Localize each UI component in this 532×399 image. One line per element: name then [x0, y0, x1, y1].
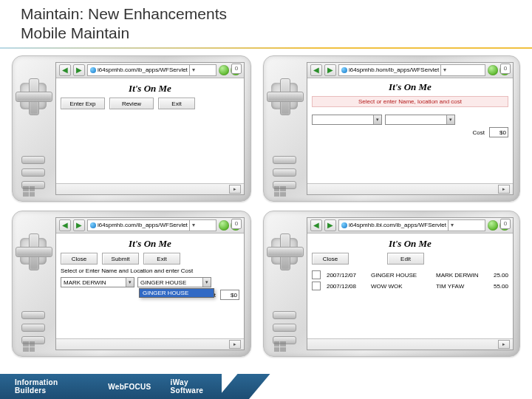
device-2-screen: ◀ ▶ i64spmhb.hom/ib_apps/WFServlet ▾ 0 I… [307, 62, 514, 195]
device-1: ◀ ▶ i64spmhb.com/ib_apps/WFServlet ▾ 0 I… [12, 55, 251, 202]
scroll-indicator: 0 [231, 219, 242, 229]
cost-label: Cost [473, 129, 485, 136]
brand-iway: iWay Software [171, 378, 222, 395]
address-bar[interactable]: i64spmhb.com/ib_apps/WFServlet ▾ [87, 219, 216, 231]
title-line-1: Maintain: New Enhancements [21, 4, 227, 24]
url-text: i64spmhb.com/ib_apps/WFServlet [98, 220, 188, 231]
row-checkbox[interactable] [312, 270, 321, 279]
brand-webfocus: WebFOCUS [108, 383, 151, 391]
forward-button[interactable]: ▶ [324, 219, 336, 231]
cell-location: GINGER HOUSE [371, 272, 430, 279]
soft-keys[interactable] [21, 156, 45, 189]
device-1-screen: ◀ ▶ i64spmhb.com/ib_apps/WFServlet ▾ 0 I… [55, 62, 245, 195]
error-prompt: Select or enter Name, location and cost [312, 96, 508, 107]
back-button[interactable]: ◀ [59, 219, 71, 231]
expand-icon[interactable]: ▸ [229, 185, 241, 194]
globe-icon [90, 67, 96, 73]
edit-button[interactable]: Edit [387, 253, 424, 265]
close-button[interactable]: Close [61, 253, 98, 265]
back-button[interactable]: ◀ [59, 64, 71, 76]
status-bar: ▸ [307, 338, 513, 349]
url-text: i64spmhb.ibi.com/ib_apps/WFServlet [349, 220, 446, 231]
forward-button[interactable]: ▶ [73, 219, 85, 231]
chevron-down-icon: ▾ [446, 115, 454, 124]
url-dropdown-icon[interactable]: ▾ [189, 220, 197, 231]
page-title: Maintain: New Enhancements Mobile Mainta… [21, 4, 227, 44]
cost-input[interactable]: $0 [489, 127, 508, 137]
device-2: ◀ ▶ i64spmhb.hom/ib_apps/WFServlet ▾ 0 I… [263, 55, 520, 202]
url-dropdown-icon[interactable]: ▾ [189, 65, 197, 75]
device-hardware-controls [13, 56, 55, 201]
chevron-down-icon: ▾ [126, 278, 134, 287]
dpad[interactable] [271, 83, 298, 109]
close-button[interactable]: Close [312, 253, 349, 265]
device-hardware-controls [13, 211, 55, 356]
table-row[interactable]: 2007/12/08 WOW WOK TIM YFAW 55.00 [312, 282, 508, 290]
device-4-screen: ◀ ▶ i64spmhb.ibi.com/ib_apps/WFServlet ▾… [307, 217, 514, 350]
expand-icon[interactable]: ▸ [498, 340, 510, 349]
dpad[interactable] [20, 83, 47, 109]
name-dropdown[interactable]: ▾ [312, 115, 382, 125]
expand-icon[interactable]: ▸ [229, 340, 241, 349]
exit-button[interactable]: Exit [158, 98, 195, 109]
cell-date: 2007/12/08 [327, 283, 365, 290]
soft-keys[interactable] [273, 311, 296, 344]
cell-date: 2007/12/07 [327, 272, 365, 279]
app-content: It's On Me Select or enter Name, locatio… [307, 78, 513, 183]
windows-logo-icon [274, 186, 286, 197]
globe-icon [90, 222, 96, 228]
device-hardware-controls [264, 56, 307, 201]
chevron-down-icon: ▾ [202, 278, 211, 287]
expand-icon[interactable]: ▸ [498, 185, 510, 194]
dpad[interactable] [271, 238, 298, 265]
cost-input[interactable]: $0 [220, 290, 239, 300]
globe-icon [341, 222, 347, 228]
device-3: ◀ ▶ i64spmhb.com/ib_apps/WFServlet ▾ 0 I… [12, 211, 251, 357]
device-4: ◀ ▶ i64spmhb.ibi.com/ib_apps/WFServlet ▾… [263, 211, 520, 357]
app-title: It's On Me [61, 83, 239, 95]
status-bar: ▸ [307, 183, 513, 194]
back-button[interactable]: ◀ [310, 219, 322, 231]
address-bar[interactable]: i64spmhb.com/ib_apps/WFServlet ▾ [87, 64, 216, 76]
url-dropdown-icon[interactable]: ▾ [440, 65, 449, 75]
review-button[interactable]: Review [109, 98, 154, 109]
name-dropdown[interactable]: MARK DERWIN ▾ [61, 277, 134, 287]
location-dropdown-popup[interactable]: GINGER HOUSE [139, 288, 214, 298]
globe-icon [341, 67, 347, 73]
url-dropdown-icon[interactable]: ▾ [448, 220, 456, 231]
status-bar: ▸ [56, 183, 244, 194]
windows-logo-icon [274, 341, 286, 352]
forward-button[interactable]: ▶ [324, 64, 336, 76]
dropdown-option-selected[interactable]: GINGER HOUSE [140, 289, 214, 297]
app-title: It's On Me [312, 238, 508, 250]
status-bar: ▸ [56, 338, 244, 349]
scroll-indicator: 0 [500, 64, 511, 74]
cell-location: WOW WOK [371, 283, 430, 290]
cell-name: MARK DERWIN [436, 272, 488, 279]
exit-button[interactable]: Exit [143, 253, 180, 265]
device-hardware-controls [264, 211, 307, 356]
soft-keys[interactable] [21, 311, 45, 344]
table-row[interactable]: 2007/12/07 GINGER HOUSE MARK DERWIN 25.0… [312, 270, 508, 279]
location-dropdown[interactable]: GINGER HOUSE ▾ [137, 277, 211, 287]
app-content: It's On Me Close Submit Exit Select or E… [56, 233, 244, 338]
windows-logo-icon [23, 186, 35, 197]
enter-exp-button[interactable]: Enter Exp [61, 98, 105, 109]
location-dropdown[interactable]: ▾ [385, 115, 455, 125]
back-button[interactable]: ◀ [310, 64, 322, 76]
address-bar[interactable]: i64spmhb.hom/ib_apps/WFServlet ▾ [338, 64, 485, 76]
scroll-indicator: 0 [500, 219, 511, 229]
instruction-text: Select or Enter Name and Location and en… [61, 267, 239, 274]
menu-buttons: Enter Exp Review Exit [61, 98, 239, 109]
address-bar[interactable]: i64spmhb.ibi.com/ib_apps/WFServlet ▾ [338, 219, 485, 231]
dpad[interactable] [20, 238, 47, 265]
browser-toolbar: ◀ ▶ i64spmhb.ibi.com/ib_apps/WFServlet ▾ [307, 218, 513, 233]
url-text: i64spmhb.hom/ib_apps/WFServlet [349, 65, 439, 75]
browser-toolbar: ◀ ▶ i64spmhb.com/ib_apps/WFServlet ▾ [56, 63, 244, 78]
cell-name: TIM YFAW [436, 283, 488, 290]
submit-button[interactable]: Submit [102, 253, 139, 265]
cell-amount: 25.00 [494, 272, 508, 279]
row-checkbox[interactable] [312, 282, 321, 290]
forward-button[interactable]: ▶ [73, 64, 85, 76]
soft-keys[interactable] [273, 156, 296, 189]
